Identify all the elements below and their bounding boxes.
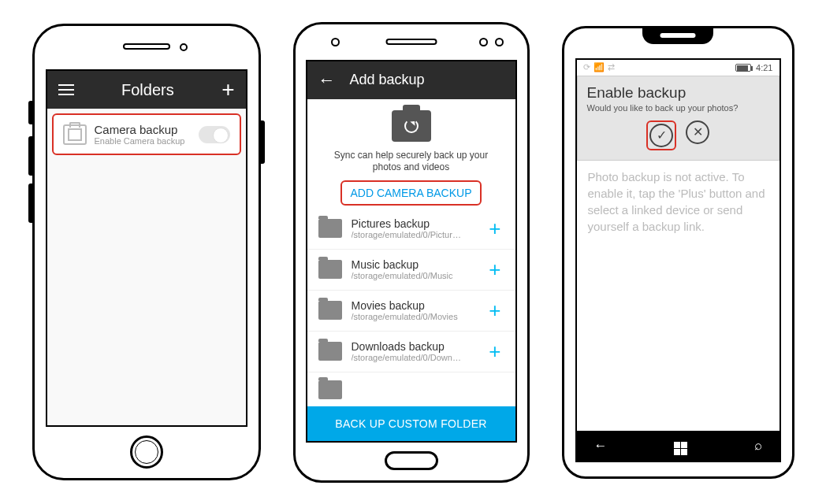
- wp-notch: [642, 27, 713, 44]
- camera-icon: [63, 124, 87, 145]
- folder-title: Music backup: [352, 258, 486, 271]
- folder-icon: [318, 260, 342, 279]
- folder-icon: [318, 301, 342, 320]
- iphone-device-frame: Folders + Camera backup Enable Camera ba…: [32, 24, 261, 480]
- menu-icon[interactable]: [58, 84, 74, 95]
- folder-title: Downloads backup: [352, 340, 486, 353]
- back-arrow-icon[interactable]: ←: [318, 70, 336, 91]
- cancel-button[interactable]: ✕: [686, 120, 709, 144]
- status-time: 4:21: [756, 63, 772, 72]
- android-sensor: [495, 38, 504, 46]
- camera-sync-icon: [392, 110, 431, 142]
- camera-backup-toggle[interactable]: [199, 126, 230, 143]
- sync-status-icon: ⟳: [583, 62, 590, 72]
- wp-navigation-bar: ← ⌕: [577, 431, 779, 461]
- iphone-side-button: [28, 136, 32, 176]
- camera-backup-title: Camera backup: [95, 123, 199, 136]
- android-earpiece: [385, 39, 437, 45]
- wifi-icon: ⇄: [608, 62, 615, 72]
- iphone-front-camera: [180, 43, 188, 51]
- signal-icon: 📶: [593, 62, 605, 72]
- folder-row[interactable]: Music backup /storage/emulated/0/Music +: [307, 250, 515, 291]
- folder-row[interactable]: Pictures backup /storage/emulated/0/Pict…: [307, 209, 515, 250]
- backup-custom-folder-button[interactable]: BACK UP CUSTOM FOLDER: [307, 406, 515, 441]
- add-button[interactable]: +: [221, 79, 234, 101]
- folder-row[interactable]: Movies backup /storage/emulated/0/Movies…: [307, 291, 515, 332]
- android-screen: ← Add backup Sync can help securely back…: [306, 60, 517, 443]
- iphone-earpiece: [123, 43, 170, 50]
- ios-screen: Folders + Camera backup Enable Camera ba…: [46, 69, 247, 427]
- add-folder-button[interactable]: +: [486, 217, 504, 241]
- check-icon: ✓: [657, 128, 667, 143]
- android-header-title: Add backup: [350, 72, 425, 88]
- windows-phone-frame: ⟳ 📶 ⇄ 4:21 Enable backup Would you like …: [562, 26, 794, 479]
- folder-title: Pictures backup: [352, 217, 486, 230]
- battery-icon: [735, 64, 751, 72]
- camera-backup-row[interactable]: Camera backup Enable Camera backup: [52, 113, 241, 155]
- windows-icon: [674, 442, 687, 455]
- folder-row[interactable]: Downloads backup /storage/emulated/0/Dow…: [307, 332, 515, 372]
- folder-icon: [318, 219, 342, 238]
- windows-nav-button[interactable]: [674, 436, 687, 455]
- close-icon: ✕: [693, 124, 703, 139]
- folder-icon: [318, 380, 342, 399]
- backup-instruction-text: Photo backup is not active. To enable it…: [577, 161, 779, 243]
- dialog-title: Enable backup: [587, 84, 769, 102]
- search-nav-button[interactable]: ⌕: [754, 438, 762, 454]
- add-camera-backup-button[interactable]: ADD CAMERA BACKUP: [340, 180, 481, 206]
- iphone-side-button: [261, 120, 265, 164]
- android-sensor: [479, 38, 488, 46]
- folder-title: Movies backup: [352, 299, 486, 312]
- folder-row-partial[interactable]: [307, 372, 515, 406]
- add-folder-button[interactable]: +: [486, 339, 504, 364]
- iphone-side-button: [28, 183, 32, 223]
- android-front-camera: [331, 38, 340, 46]
- confirm-highlight: ✓: [646, 120, 676, 150]
- dialog-subtitle: Would you like to back up your photos?: [587, 103, 769, 113]
- ios-header-title: Folders: [74, 81, 222, 99]
- iphone-home-button[interactable]: [130, 435, 163, 469]
- wp-status-bar: ⟳ 📶 ⇄ 4:21: [577, 60, 779, 76]
- android-hero-section: Sync can help securely back up your phot…: [307, 99, 515, 209]
- android-device-frame: ← Add backup Sync can help securely back…: [293, 22, 530, 483]
- add-folder-button[interactable]: +: [486, 258, 504, 282]
- folder-path: /storage/emulated/0/Movies: [352, 312, 486, 321]
- add-folder-button[interactable]: +: [486, 298, 504, 323]
- android-header-bar: ← Add backup: [307, 61, 515, 99]
- folder-path: /storage/emulated/0/Pictur…: [352, 230, 486, 239]
- enable-backup-dialog: Enable backup Would you like to back up …: [577, 76, 779, 161]
- folder-path: /storage/emulated/0/Music: [352, 271, 486, 280]
- backup-folder-list: Pictures backup /storage/emulated/0/Pict…: [307, 209, 515, 406]
- ios-header-bar: Folders +: [47, 71, 246, 109]
- folder-path: /storage/emulated/0/Down…: [352, 353, 486, 362]
- android-home-button[interactable]: [385, 451, 438, 470]
- hero-description: Sync can help securely back up your phot…: [322, 150, 501, 174]
- confirm-button[interactable]: ✓: [649, 124, 673, 147]
- back-nav-button[interactable]: ←: [594, 438, 608, 454]
- refresh-icon: [404, 119, 419, 133]
- camera-backup-subtitle: Enable Camera backup: [95, 136, 199, 146]
- wp-screen: ⟳ 📶 ⇄ 4:21 Enable backup Would you like …: [575, 58, 781, 462]
- camera-backup-text: Camera backup Enable Camera backup: [95, 123, 199, 146]
- folder-icon: [318, 342, 342, 361]
